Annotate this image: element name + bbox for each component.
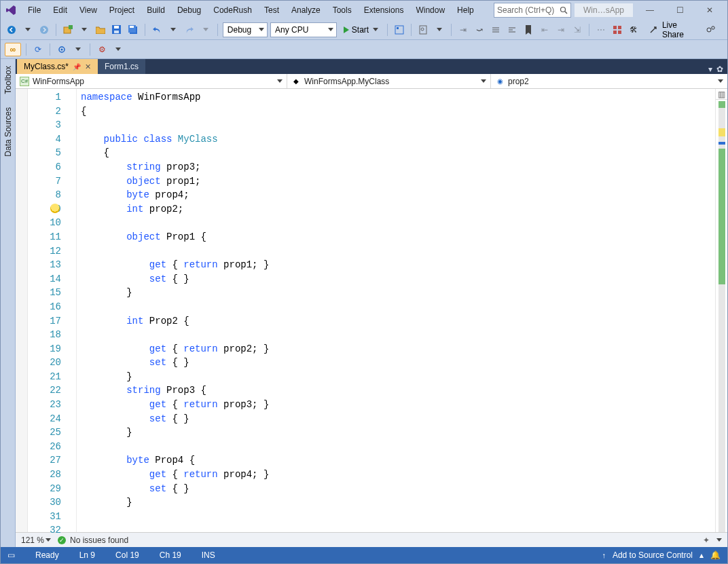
menu-analyze[interactable]: Analyze <box>286 3 326 18</box>
line-number[interactable]: 21 <box>28 370 61 384</box>
code-line[interactable]: } <box>81 370 715 384</box>
menu-tools[interactable]: Tools <box>327 3 357 18</box>
code-line[interactable] <box>81 244 715 259</box>
code-line[interactable]: { <box>81 105 715 119</box>
undo-button[interactable] <box>150 22 164 37</box>
undo-drop-icon[interactable] <box>166 22 180 37</box>
code-line[interactable]: } <box>81 495 715 510</box>
line-number[interactable]: 28 <box>28 468 61 482</box>
quick-launch-search[interactable]: Search (Ctrl+Q) <box>494 3 571 18</box>
code-line[interactable] <box>81 440 715 454</box>
nav-forward-button[interactable] <box>37 22 51 37</box>
line-number[interactable]: 17 <box>28 314 61 328</box>
breakpoint-margin[interactable] <box>16 89 28 532</box>
nav-back-button[interactable] <box>5 22 18 37</box>
tab-overflow-icon[interactable]: ▾ <box>708 64 712 74</box>
menu-view[interactable]: View <box>74 3 103 18</box>
code-line[interactable]: } <box>81 286 715 300</box>
line-number[interactable]: 15 <box>28 286 61 300</box>
code-line[interactable] <box>81 216 715 230</box>
gear-red-icon[interactable]: ⚙ <box>95 42 109 57</box>
comment-icon[interactable] <box>489 22 503 37</box>
solution-config-combo[interactable]: Debug <box>223 22 268 37</box>
line-number[interactable]: 3 <box>28 118 61 132</box>
line-number[interactable]: 10 <box>28 216 61 230</box>
line-number[interactable]: 1 <box>28 90 61 105</box>
source-control-drop-icon[interactable]: ▴ <box>699 550 704 560</box>
code-line[interactable]: byte Prop4 { <box>81 453 715 468</box>
lightbulb-icon[interactable] <box>50 204 60 213</box>
close-window-button[interactable]: ✕ <box>696 3 723 18</box>
live-share-button[interactable]: Live Share <box>662 20 696 39</box>
code-line[interactable]: get { return prop3; } <box>81 398 715 412</box>
code-line[interactable]: set { } <box>81 356 715 370</box>
tb-icon-grid[interactable] <box>611 22 624 37</box>
coderush-infinity-icon[interactable]: ∞ <box>5 43 21 56</box>
line-number[interactable]: 7 <box>28 174 61 189</box>
issues-indicator[interactable]: ✓ No issues found <box>58 535 128 545</box>
menu-file[interactable]: File <box>22 3 46 18</box>
step-into-icon[interactable]: ⇥ <box>456 22 470 37</box>
nav-back-drop-icon[interactable] <box>21 22 35 37</box>
code-line[interactable]: int prop2; <box>81 202 715 217</box>
line-number[interactable]: 9 <box>28 202 61 217</box>
menu-test[interactable]: Test <box>259 3 285 18</box>
browser-link-icon[interactable] <box>393 22 406 37</box>
code-line[interactable] <box>81 328 715 342</box>
source-control-button[interactable]: Add to Source Control <box>613 550 693 560</box>
line-number[interactable]: 2 <box>28 105 61 119</box>
debug-vis-drop-icon[interactable] <box>71 42 85 57</box>
nav-type-combo[interactable]: ◆ WinFormsApp.MyClass <box>287 74 491 88</box>
code-line[interactable]: int Prop2 { <box>81 314 715 328</box>
code-line[interactable]: object Prop1 { <box>81 230 715 244</box>
line-number[interactable]: 20 <box>28 356 61 370</box>
code-line[interactable]: get { return prop1; } <box>81 258 715 272</box>
menu-coderush[interactable]: CodeRush <box>208 3 257 18</box>
menu-project[interactable]: Project <box>104 3 140 18</box>
tb-icon-c[interactable]: ⇲ <box>570 22 584 37</box>
start-debug-button[interactable]: Start <box>340 22 382 37</box>
code-line[interactable] <box>81 118 715 132</box>
nav-project-combo[interactable]: C# WinFormsApp <box>16 74 287 88</box>
code-line[interactable]: namespace WinFormsApp <box>81 90 715 105</box>
notifications-icon[interactable]: 🔔 <box>710 550 721 560</box>
tab-myclass[interactable]: MyClass.cs* 📌 ✕ <box>17 59 98 74</box>
refresh-icon[interactable]: ⟳ <box>31 42 45 57</box>
error-nav-icon[interactable]: ✦ <box>703 535 710 545</box>
line-number[interactable]: 14 <box>28 272 61 286</box>
code-line[interactable]: string prop3; <box>81 160 715 174</box>
tab-gear-icon[interactable]: ✿ <box>716 64 723 74</box>
debug-vis-icon[interactable] <box>55 42 69 57</box>
maximize-button[interactable]: ☐ <box>666 3 693 18</box>
line-number[interactable]: 12 <box>28 244 61 259</box>
line-number[interactable]: 26 <box>28 440 61 454</box>
line-number-gutter[interactable]: 1234567891011121314151617181920212223242… <box>28 89 77 532</box>
new-drop-icon[interactable] <box>77 22 91 37</box>
gear-drop-icon[interactable] <box>111 42 125 57</box>
close-tab-icon[interactable]: ✕ <box>85 62 91 71</box>
line-number[interactable]: 19 <box>28 342 61 356</box>
line-number[interactable]: 31 <box>28 510 61 524</box>
nav-member-combo[interactable]: ◉ prop2 <box>491 74 727 88</box>
redo-button[interactable] <box>183 22 196 37</box>
solution-platform-combo[interactable]: Any CPU <box>270 22 337 37</box>
line-number[interactable]: 27 <box>28 453 61 468</box>
save-all-button[interactable] <box>126 22 140 37</box>
code-line[interactable]: { <box>81 146 715 160</box>
tab-form1[interactable]: Form1.cs <box>98 59 145 74</box>
tb-icon-a[interactable]: ⇤ <box>538 22 551 37</box>
tb-icon-b[interactable]: ⇥ <box>554 22 568 37</box>
step-over-icon[interactable]: ⤻ <box>473 22 486 37</box>
code-line[interactable]: get { return prop2; } <box>81 342 715 356</box>
split-editor-icon[interactable]: ▥ <box>716 89 727 100</box>
uncomment-icon[interactable] <box>505 22 519 37</box>
line-number[interactable]: 4 <box>28 132 61 147</box>
code-line[interactable]: object prop1; <box>81 174 715 189</box>
menu-extensions[interactable]: Extensions <box>359 3 410 18</box>
line-number[interactable]: 22 <box>28 383 61 398</box>
line-number[interactable]: 29 <box>28 482 61 496</box>
line-number[interactable]: 32 <box>28 523 61 538</box>
menu-edit[interactable]: Edit <box>48 3 73 18</box>
line-number[interactable]: 13 <box>28 258 61 272</box>
toolbox-tab[interactable]: Toolbox <box>2 63 14 96</box>
